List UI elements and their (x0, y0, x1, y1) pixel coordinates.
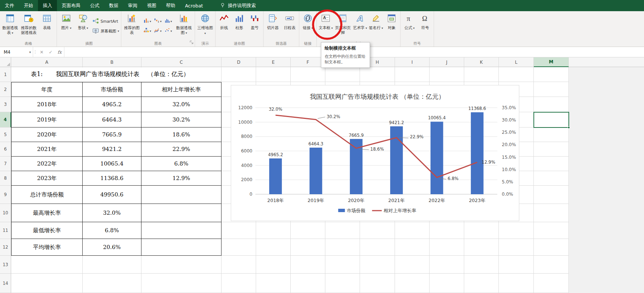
equation-dropdown-icon[interactable]: ▾ (412, 26, 415, 30)
column-header-M[interactable]: M (534, 57, 569, 67)
cell-I11[interactable] (395, 222, 430, 239)
cell-B12[interactable]: 20.6% (83, 239, 141, 256)
column-header-B[interactable]: B (83, 57, 141, 67)
cell-C11[interactable] (141, 222, 221, 239)
column-sparkline-button[interactable]: 柱形 (232, 12, 247, 41)
column-header-C[interactable]: C (141, 57, 221, 67)
selected-cell-outline[interactable] (533, 112, 569, 128)
cell-B2[interactable]: 市场份额 (83, 82, 141, 97)
cell-M7[interactable] (534, 157, 569, 171)
cell-M5[interactable] (534, 127, 569, 142)
insert-hierarchy-chart-button[interactable]: ▾ (143, 26, 152, 35)
cell-H11[interactable] (360, 222, 395, 239)
text-box-button[interactable]: A文本框 ▾ (318, 12, 334, 41)
column-header-L[interactable]: L (499, 57, 534, 67)
insert-scatter-chart-button[interactable]: ▾ (163, 26, 173, 35)
column-header-E[interactable]: E (256, 57, 291, 67)
cell-D13[interactable] (221, 256, 256, 274)
cell-I1[interactable] (395, 67, 430, 82)
line-sparkline-button[interactable]: 折线 (217, 12, 232, 41)
column-header-F[interactable]: F (291, 57, 325, 67)
cell-A2[interactable]: 年度 (11, 82, 83, 97)
cell-F12[interactable] (291, 239, 325, 256)
cell-K12[interactable] (464, 239, 499, 256)
insert-waterfall-chart-dropdown-icon[interactable]: ▾ (160, 20, 162, 23)
cell-K1[interactable] (464, 67, 499, 82)
cell-M13[interactable] (534, 256, 569, 274)
insert-column-chart-button[interactable]: ▾ (143, 17, 152, 26)
win-loss-sparkline-button[interactable]: 盈亏 (247, 12, 262, 41)
cell-K14[interactable] (464, 274, 499, 293)
cell-M9[interactable] (534, 186, 569, 204)
cell-A13[interactable] (11, 256, 83, 274)
cell-C14[interactable] (141, 274, 221, 293)
embedded-chart[interactable]: 我国互联网广告市场规模统计表 （单位：亿元）020004000600080001… (231, 85, 519, 221)
column-header-K[interactable]: K (464, 57, 499, 67)
ribbon-tab-insert[interactable]: 插入 (38, 0, 57, 11)
cell-C7[interactable]: 6.8% (141, 157, 221, 171)
cell-F11[interactable] (291, 222, 325, 239)
header-footer-button[interactable]: 页眉和页脚 (334, 12, 352, 41)
row-header-10[interactable]: 10 (0, 204, 11, 222)
dialog-launcher-icon[interactable] (189, 40, 194, 46)
smartart-button[interactable]: SmartArt (92, 18, 119, 25)
row-header-4[interactable]: 4 (0, 112, 11, 127)
cell-L14[interactable] (499, 274, 534, 293)
insert-line-chart-dropdown-icon[interactable]: ▾ (160, 29, 162, 33)
ribbon-tab-help[interactable]: 帮助 (161, 0, 180, 11)
text-box-dropdown-icon[interactable]: ▾ (331, 26, 333, 30)
cell-A9[interactable]: 总计市场份额 (11, 186, 83, 204)
cell-B6[interactable]: 9421.2 (83, 142, 141, 157)
ribbon-tab-data[interactable]: 数据 (104, 0, 123, 11)
cell-D12[interactable] (221, 239, 256, 256)
cell-H12[interactable] (360, 239, 395, 256)
object-button[interactable]: 对象 (384, 12, 399, 41)
pivot-chart-button[interactable]: 数据透视图 ▾ (174, 12, 194, 41)
cell-A10[interactable]: 最高增长率 (11, 204, 83, 222)
wordart-dropdown-icon[interactable]: ▾ (365, 26, 367, 30)
row-header-2[interactable]: 2 (0, 82, 11, 97)
link-dropdown-icon[interactable]: ▾ (310, 26, 313, 30)
row-header-12[interactable]: 12 (0, 239, 11, 256)
shapes-dropdown-icon[interactable]: ▾ (86, 26, 88, 30)
screenshot-dropdown-icon[interactable]: ▾ (118, 29, 119, 33)
cell-E11[interactable] (256, 222, 291, 239)
cell-E1[interactable] (256, 67, 291, 82)
cell-C10[interactable] (141, 204, 221, 222)
link-button[interactable]: 链接 ▾ (300, 12, 315, 41)
row-header-14[interactable]: 14 (0, 274, 11, 293)
pictures-dropdown-icon[interactable]: ▾ (69, 26, 71, 30)
cell-A11[interactable]: 最低增长率 (11, 222, 83, 239)
cell-B10[interactable]: 32.0% (83, 204, 141, 222)
signature-line-dropdown-icon[interactable]: ▾ (381, 26, 383, 30)
row-header-3[interactable]: 3 (0, 97, 11, 112)
name-box[interactable]: M4 ▾ (0, 47, 33, 57)
cell-K11[interactable] (464, 222, 499, 239)
fill-handle[interactable] (568, 126, 570, 129)
row-header-1[interactable]: 1 (0, 67, 11, 82)
cell-M14[interactable] (534, 274, 569, 293)
cell-E12[interactable] (256, 239, 291, 256)
cell-B5[interactable]: 7665.9 (83, 127, 141, 142)
ribbon-tab-home[interactable]: 开始 (19, 0, 38, 11)
cell-C12[interactable] (141, 239, 221, 256)
cell-L13[interactable] (499, 256, 534, 274)
cell-M1[interactable] (534, 67, 569, 82)
cell-M12[interactable] (534, 239, 569, 256)
cell-M6[interactable] (534, 142, 569, 157)
insert-column-chart-dropdown-icon[interactable]: ▾ (150, 20, 151, 23)
insert-statistic-chart-dropdown-icon[interactable]: ▾ (170, 20, 172, 23)
pivot-table-button[interactable]: 数据透视表 ▾ (1, 12, 19, 41)
cell-I13[interactable] (395, 256, 430, 274)
row-header-9[interactable]: 9 (0, 186, 11, 204)
cell-K13[interactable] (464, 256, 499, 274)
ribbon-tab-view[interactable]: 视图 (142, 0, 161, 11)
pictures-button[interactable]: 图片 ▾ (58, 12, 74, 41)
cell-G12[interactable] (325, 239, 360, 256)
cell-C4[interactable]: 30.2% (141, 112, 221, 127)
cell-C8[interactable]: 12.9% (141, 171, 221, 186)
tell-me-search[interactable]: 操作说明搜索 (216, 0, 259, 11)
recommended-charts-button[interactable]: 推荐的图表 (122, 12, 141, 41)
cell-J12[interactable] (430, 239, 464, 256)
timeline-button[interactable]: 日程表 (281, 12, 298, 41)
